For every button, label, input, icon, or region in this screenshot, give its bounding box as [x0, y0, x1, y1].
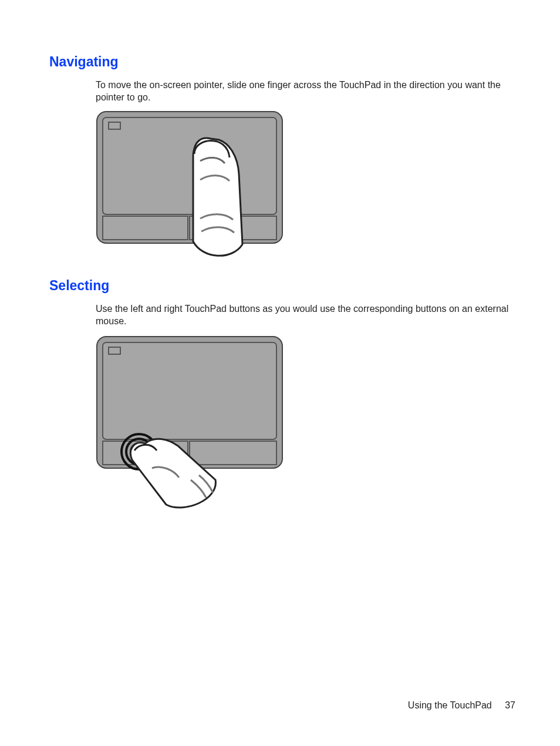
svg-rect-6: [103, 342, 276, 439]
heading-navigating: Navigating: [49, 54, 119, 70]
svg-rect-9: [190, 441, 276, 465]
paragraph-navigating: To move the on-screen pointer, slide one…: [96, 79, 512, 104]
touchpad-select-illustration: [96, 334, 284, 512]
svg-rect-1: [103, 117, 276, 214]
figure-touchpad-select: [96, 334, 284, 512]
touchpad-navigate-illustration: [96, 109, 284, 266]
footer-page-number: 37: [505, 700, 515, 711]
figure-touchpad-navigate: [96, 109, 284, 266]
footer-section-label: Using the TouchPad: [408, 700, 492, 710]
heading-selecting: Selecting: [49, 278, 109, 294]
paragraph-selecting: Use the left and right TouchPad buttons …: [96, 303, 512, 328]
page-footer: Using the TouchPad 37: [408, 700, 515, 711]
svg-rect-3: [103, 216, 188, 240]
